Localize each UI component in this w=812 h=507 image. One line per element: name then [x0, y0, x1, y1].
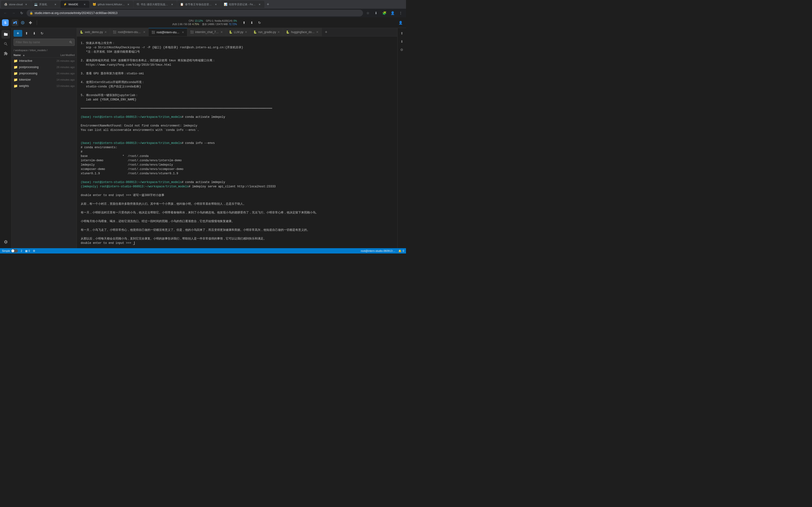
tab-close[interactable]: ✕ — [53, 2, 57, 6]
search-input[interactable] — [16, 41, 68, 44]
editor-tab-hf-download[interactable]: 🐍 huggingface_downl... ✕ — [283, 28, 322, 37]
tab-close[interactable]: ✕ — [126, 2, 130, 6]
file-list: 📁 interactive 26 minutes ago 📁 postproce… — [12, 58, 77, 248]
new-tab-button[interactable]: + — [265, 1, 271, 8]
terminal-line — [81, 54, 394, 58]
editor-tab-label: internlm_chat_7b_q... — [195, 31, 219, 34]
file-item-tokenizer[interactable]: 📁 tokenizer 14 minutes ago — [12, 76, 77, 83]
terminal-line: lmdepoly /root/.conda/envs/lmdepoly — [81, 163, 394, 167]
tab-label: 书生·浦语大模型实战营Q&A... — [141, 3, 169, 6]
back-button[interactable]: ← — [2, 10, 9, 16]
activity-item-settings[interactable] — [1, 237, 10, 246]
right-bar-upload[interactable]: ⬆ — [399, 30, 405, 37]
editor-tab-internlm[interactable]: ⬛ internlm_chat_7b_q... ✕ — [187, 28, 226, 37]
url-bar[interactable]: 🔒 studio.intern-ai.org.cn/console/trinit… — [27, 10, 363, 16]
tab-stone-cloud[interactable]: 🪨 stone-cloud ✕ — [1, 1, 31, 8]
toolbar-profile-icon[interactable]: 👤 — [397, 19, 404, 26]
editor-tab-web-demo[interactable]: 🐍 web_demo.py ✕ — [77, 28, 110, 37]
profile-button[interactable]: 👤 — [389, 10, 396, 16]
file-item-postprocessing[interactable]: 📁 postprocessing 26 minutes ago — [12, 64, 77, 70]
activity-bar — [0, 28, 12, 248]
editor-tab-close[interactable]: ✕ — [104, 31, 107, 34]
editor-tab-label: root@intern-studio-... — [157, 31, 180, 34]
sidebar: + ⬆ ⬇ ↻ / workspace / triton_models / Na… — [12, 28, 77, 248]
folder-icon: 📁 — [13, 71, 18, 75]
tab-close[interactable]: ✕ — [258, 2, 261, 6]
col-modified-header: Last Modified — [60, 54, 75, 56]
upload-button[interactable]: ⬆ — [23, 30, 30, 37]
download-button[interactable]: ⬇ — [373, 10, 379, 16]
terminal-line: 有一天，小明听说村庄里有一只受伤的小鸟，他决定去帮助它。小明带着食物和水，来到了… — [81, 211, 394, 215]
tab-add-button[interactable]: + — [323, 29, 329, 36]
menu-button[interactable]: ⋮ — [397, 10, 404, 16]
tab-close[interactable]: ✕ — [214, 2, 218, 6]
file-name: tokenizer — [19, 78, 55, 81]
editor-tab-label: run_gradio.py — [258, 31, 276, 34]
tab-icon: ⚡ — [63, 3, 67, 6]
right-bar-settings[interactable]: ⚙ — [399, 46, 405, 53]
tab-spring[interactable]: 📋 春节卷王专场信息登记 - Fe... ✕ — [177, 1, 221, 8]
terminal[interactable]: ────────────────────────────────────────… — [77, 37, 397, 248]
terminal-line — [81, 189, 394, 193]
editor-tab-terminal-1[interactable]: ⬛ root@intern-studio-... ✕ — [110, 28, 149, 37]
bookmark-button[interactable]: ☆ — [364, 10, 371, 16]
editor-tab-close[interactable]: ✕ — [182, 31, 184, 34]
editor-tab-label: LLM.py — [234, 31, 243, 34]
file-item-preprocessing[interactable]: 📁 preprocessing 26 minutes ago — [12, 70, 77, 76]
activity-item-search[interactable] — [1, 40, 10, 48]
right-bar-download[interactable]: ⬇ — [399, 38, 405, 45]
editor-tab-run-gradio[interactable]: 🐍 run_gradio.py ✕ — [250, 28, 283, 37]
cpu-value: 13.12% — [195, 19, 203, 23]
activity-item-files[interactable] — [1, 30, 10, 39]
toolbar-icon-git[interactable] — [27, 19, 34, 26]
toolbar-upload-icon[interactable]: ⬆ — [241, 19, 248, 26]
tab-close[interactable]: ✕ — [24, 2, 28, 6]
terminal-line: # — [81, 150, 394, 154]
editor-tab-close[interactable]: ✕ — [245, 31, 247, 34]
editor-tab-llm[interactable]: 🐍 LLM.py ✕ — [226, 28, 250, 37]
editor-tab-close[interactable]: ✕ — [143, 31, 146, 34]
extensions-button[interactable]: 🧩 — [381, 10, 388, 16]
editor-tab-close[interactable]: ✕ — [277, 31, 280, 34]
file-modified: 26 minutes ago — [57, 72, 75, 75]
file-name: postprocessing — [19, 65, 55, 69]
vram-value: 72.72% — [229, 23, 237, 26]
url-text: studio.intern-ai.org.cn/console/trinity/… — [35, 11, 117, 15]
refresh-button[interactable]: ↻ — [39, 30, 45, 37]
editor-tab-close[interactable]: ✕ — [220, 31, 223, 34]
status-num1[interactable]: 2 — [21, 249, 22, 252]
terminal-line: 从前，有一个小村庄，里面住着许多勤劳善良的人们。其中有一个小男孩，他叫做小明。小… — [81, 202, 394, 206]
simple-mode[interactable]: Simple — [2, 249, 18, 252]
new-file-button[interactable]: + — [13, 30, 22, 37]
tab-close[interactable]: ✕ — [83, 2, 87, 6]
file-list-header: Name ▲ Last Modified — [12, 53, 77, 58]
toolbar-download-icon[interactable]: ⬇ — [248, 19, 255, 26]
folder-icon: 📁 — [13, 59, 18, 63]
download-button[interactable]: ⬇ — [31, 30, 38, 37]
simple-toggle[interactable] — [11, 249, 18, 252]
tab-label: 春节卷王专场信息登记 - Fe... — [185, 3, 212, 6]
tab-webide[interactable]: ⚡ WebIDE ✕ — [60, 1, 89, 8]
tab-close[interactable]: ✕ — [170, 2, 174, 6]
tab-github[interactable]: 🐱 github InternLM/tutorial 作业 · Dis... ✕ — [90, 1, 133, 8]
tab-devmachine[interactable]: 💻 开发机 ✕ — [31, 1, 60, 8]
editor-tab-icon: 🐍 — [286, 31, 290, 34]
file-item-weights[interactable]: 📁 weights 13 minutes ago — [12, 83, 77, 89]
tab-book[interactable]: 书 书生·浦语大模型实战营Q&A... ✕ — [134, 1, 177, 8]
toolbar-refresh-icon[interactable]: ↻ — [256, 19, 263, 26]
activity-item-extensions[interactable] — [1, 49, 10, 58]
toolbar-icon-vscode[interactable] — [12, 19, 18, 26]
tab-register[interactable]: 📊 结营学员登记表 - Feishu Di... ✕ — [221, 1, 264, 8]
search-icon — [69, 41, 72, 44]
status-icon[interactable]: ▦ 0 — [25, 249, 30, 252]
editor-tab-close[interactable]: ✕ — [316, 31, 318, 34]
app: S CPU 13.12% GPU-1: Nvidia A100(1/4) — [0, 17, 406, 253]
toolbar-icon-python[interactable] — [19, 19, 26, 26]
refresh-button[interactable]: ↻ — [18, 10, 25, 16]
status-settings-icon[interactable]: ⚙ — [33, 249, 35, 252]
forward-button[interactable]: → — [10, 10, 17, 16]
gpu-value: 0% — [234, 19, 237, 23]
editor-tab-terminal-2[interactable]: ⬛ root@intern-studio-... ✕ — [149, 28, 187, 37]
status-bell[interactable]: 🔔 0 — [398, 249, 404, 252]
file-item-interactive[interactable]: 📁 interactive 26 minutes ago — [12, 58, 77, 64]
